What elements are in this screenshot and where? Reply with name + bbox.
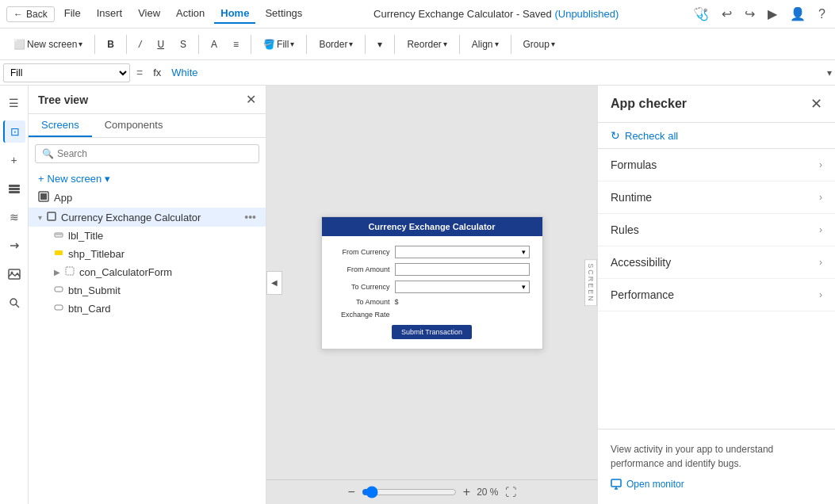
performance-label: Performance xyxy=(611,288,674,301)
tab-components[interactable]: Components xyxy=(92,114,176,137)
reorder-button[interactable]: Reorder ▾ xyxy=(400,35,454,54)
tree-item-btn-card[interactable]: btn_Card xyxy=(29,300,266,318)
fullscreen-button[interactable]: ⛶ xyxy=(505,486,516,498)
to-amount-label: To Amount xyxy=(335,298,390,306)
bold-button[interactable]: B xyxy=(100,35,121,54)
main-area: ☰ ⊡ + ≋ Tree view ✕ Screens Component xyxy=(0,86,835,504)
recheck-label: Recheck all xyxy=(625,130,678,142)
tree-close-button[interactable]: ✕ xyxy=(246,92,256,107)
from-currency-select[interactable]: ▾ xyxy=(395,246,530,258)
new-screen-tree-button[interactable]: + New screen ▾ xyxy=(29,170,266,188)
variables-sidebar-icon[interactable]: ≋ xyxy=(3,206,25,228)
search-sidebar-icon[interactable] xyxy=(3,292,25,314)
to-amount-value: $ xyxy=(395,298,399,306)
tree-item-con-form[interactable]: ▶ con_CalculatorForm xyxy=(29,263,266,281)
checker-accessibility[interactable]: Accessibility › xyxy=(598,246,835,279)
svg-rect-8 xyxy=(44,193,47,197)
menu-item-action[interactable]: Action xyxy=(170,4,211,24)
app-icon xyxy=(38,191,49,204)
font-size-button[interactable]: A xyxy=(204,35,224,54)
menu-item-file[interactable]: File xyxy=(58,4,87,24)
italic-button[interactable]: / xyxy=(132,35,148,54)
border-chevron: ▾ xyxy=(349,40,353,48)
from-amount-label: From Amount xyxy=(335,265,390,273)
dropdown-arrow-button[interactable]: ▾ xyxy=(370,35,389,54)
recheck-spinner-icon: ↻ xyxy=(611,129,620,142)
exchange-rate-row: Exchange Rate xyxy=(335,311,530,319)
redo-icon[interactable]: ↪ xyxy=(741,5,758,23)
screen-expand-icon[interactable]: ▾ xyxy=(38,213,42,222)
fill-icon: 🪣 xyxy=(263,39,275,50)
new-screen-dropdown-icon: ▾ xyxy=(105,173,110,185)
search-input[interactable] xyxy=(57,148,252,159)
tree-item-shp-titlebar[interactable]: shp_Titlebar xyxy=(29,245,266,263)
group-chevron: ▾ xyxy=(551,40,555,48)
align2-button[interactable]: Align ▾ xyxy=(465,35,506,54)
group-button[interactable]: Group ▾ xyxy=(516,35,562,54)
help-icon[interactable]: ? xyxy=(815,6,829,23)
from-amount-input[interactable] xyxy=(395,263,530,276)
to-currency-row: To Currency ▾ xyxy=(335,281,530,293)
menu-item-settings[interactable]: Settings xyxy=(259,4,308,24)
screen-more-icon[interactable]: ••• xyxy=(244,211,256,223)
play-icon[interactable]: ▶ xyxy=(764,5,780,23)
performance-chevron: › xyxy=(819,289,822,300)
tree-item-lbl-title[interactable]: lbl_Title xyxy=(29,227,266,245)
canvas-content: ◀ Currency Exchange Calculator From Curr… xyxy=(266,86,597,479)
con-expand-icon[interactable]: ▶ xyxy=(54,268,60,277)
formula-input[interactable] xyxy=(168,63,824,82)
menu-item-view[interactable]: View xyxy=(132,4,167,24)
lbl-icon xyxy=(54,230,63,242)
fill-button[interactable]: 🪣 Fill ▾ xyxy=(256,35,301,54)
data-sidebar-icon[interactable] xyxy=(3,178,25,200)
zoom-slider[interactable] xyxy=(362,486,457,498)
panel-close-button[interactable]: ✕ xyxy=(810,95,822,113)
app-title: Currency Exchange Calculator - Saved (Un… xyxy=(312,8,680,20)
accessibility-label: Accessibility xyxy=(611,256,671,269)
open-monitor-button[interactable]: Open monitor xyxy=(611,477,822,491)
to-currency-select[interactable]: ▾ xyxy=(395,281,530,293)
user-icon[interactable]: 👤 xyxy=(787,5,809,23)
border-button[interactable]: Border ▾ xyxy=(312,35,360,54)
menu-item-insert[interactable]: Insert xyxy=(90,4,129,24)
strikethrough-button[interactable]: S xyxy=(173,35,193,54)
undo-icon[interactable]: ↩ xyxy=(718,5,735,23)
tab-screens[interactable]: Screens xyxy=(29,114,92,137)
checker-rules[interactable]: Rules › xyxy=(598,214,835,246)
from-currency-label: From Currency xyxy=(335,248,390,256)
formula-expand-button[interactable]: ▾ xyxy=(827,67,832,78)
tree-item-screen[interactable]: ▾ Currency Exchange Calculator ••• xyxy=(29,208,266,227)
underline-button[interactable]: U xyxy=(150,35,171,54)
tree-item-btn-submit[interactable]: btn_Submit xyxy=(29,281,266,300)
app-submit-button[interactable]: Submit Transaction xyxy=(392,325,472,339)
zoom-out-button[interactable]: − xyxy=(347,485,354,499)
formula-selector[interactable]: Fill xyxy=(3,63,130,82)
exchange-rate-label: Exchange Rate xyxy=(335,311,390,319)
checker-performance[interactable]: Performance › xyxy=(598,279,835,311)
connectors-sidebar-icon[interactable] xyxy=(3,235,25,257)
align2-chevron: ▾ xyxy=(495,40,499,48)
zoom-in-button[interactable]: + xyxy=(463,485,470,499)
stethoscope-icon[interactable]: 🩺 xyxy=(690,5,712,23)
new-screen-button[interactable]: ⬜ New screen ▾ xyxy=(6,35,90,54)
svg-rect-11 xyxy=(48,212,56,220)
canvas-footer: − + 20 % ⛶ xyxy=(266,479,597,504)
screens-sidebar-icon[interactable]: ⊡ xyxy=(3,120,25,143)
align-button[interactable]: ≡ xyxy=(226,35,246,54)
menu-sidebar-icon[interactable]: ☰ xyxy=(3,92,25,114)
checker-runtime[interactable]: Runtime › xyxy=(598,181,835,214)
back-button[interactable]: ← Back xyxy=(6,6,55,22)
fill-chevron: ▾ xyxy=(290,40,294,48)
panel-footer: View activity in your app to understand … xyxy=(598,429,835,504)
toolbar-sep1 xyxy=(94,35,95,54)
menu-icons: 🩺 ↩ ↪ ▶ 👤 ? xyxy=(690,5,829,23)
formula-fx-label: fx xyxy=(149,66,165,79)
recheck-button[interactable]: ↻ Recheck all xyxy=(598,123,835,149)
rules-label: Rules xyxy=(611,223,639,236)
add-sidebar-icon[interactable]: + xyxy=(3,149,25,171)
collapse-button[interactable]: ◀ xyxy=(266,271,282,295)
media-sidebar-icon[interactable] xyxy=(3,263,25,285)
menu-item-home[interactable]: Home xyxy=(214,4,255,24)
checker-formulas[interactable]: Formulas › xyxy=(598,149,835,181)
tree-item-app[interactable]: App xyxy=(29,188,266,208)
